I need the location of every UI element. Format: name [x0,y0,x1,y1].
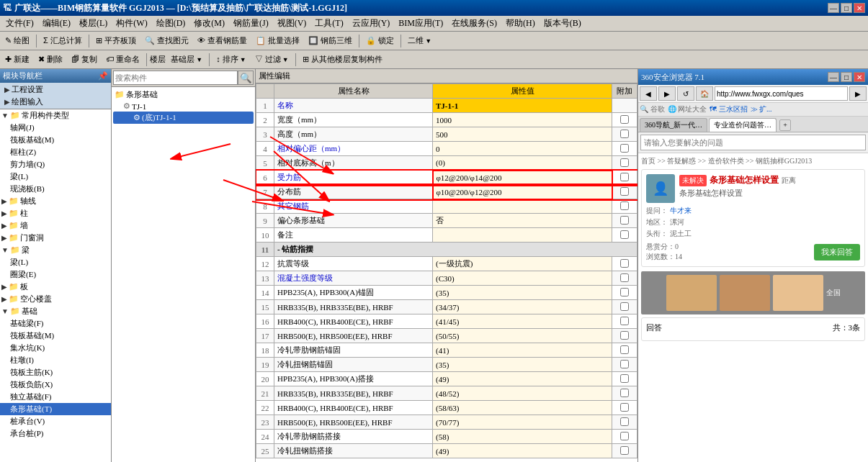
nav-shear-wall[interactable]: 剪力墙(Q) [0,158,111,171]
nav-draw-input[interactable]: ▶ 绘图输入 [3,96,108,108]
browser-tab-active[interactable]: 专业造价问题答… [709,118,777,132]
new-button[interactable]: ✚ 新建 [1,53,33,66]
prop-value-1[interactable]: TJ-1-1 [433,99,612,113]
nav-engineering-setup[interactable]: ▶ 工程设置 [3,83,108,96]
menu-help[interactable]: 帮助(H) [501,16,540,31]
attach-checkbox-9[interactable] [620,216,629,225]
filter-button[interactable]: ▽ 过滤 ▼ [251,53,292,66]
prop-value-5[interactable]: (0) [433,156,612,171]
prop-value-9[interactable]: 否 [433,214,612,228]
copy-from-floor-button[interactable]: ⊞ 从其他楼层复制构件 [299,53,386,66]
prop-value-23[interactable]: (70/77) [433,415,612,430]
attach-checkbox-10[interactable] [620,230,629,239]
search-button[interactable]: 🔍 [238,71,254,85]
floor-select[interactable]: 基础层 ▼ [167,53,206,66]
new-tab-button[interactable]: + [779,119,791,131]
menu-service[interactable]: 在线服务(S) [447,16,501,31]
attach-checkbox-18[interactable] [620,345,629,354]
copy-button[interactable]: 🗐 复制 [68,53,101,66]
attach-checkbox-2[interactable] [620,115,629,124]
nav-cap-pile[interactable]: 承台桩(P) [0,427,111,440]
nav-col-folder[interactable]: ▶ 📁 柱 [0,207,111,219]
attach-checkbox-6[interactable] [620,173,629,181]
nav-raft-main-rebar[interactable]: 筏板主筋(K) [0,366,111,379]
browser-close-btn[interactable]: ✕ [854,72,865,82]
author-name[interactable]: 牛才来 [670,207,692,214]
attach-checkbox-13[interactable] [620,273,629,282]
prop-value-3[interactable]: 500 [433,127,612,142]
attach-checkbox-7[interactable] [620,187,629,196]
browser-min-btn[interactable]: — [828,72,839,82]
nav-beam-item[interactable]: 梁(L) [0,256,111,268]
nav-ring-beam[interactable]: 圈梁(E) [0,268,111,281]
prop-value-25[interactable]: (49) [433,444,612,458]
prop-value-7[interactable]: φ10@200/φ12@200 [433,185,612,199]
attach-checkbox-3[interactable] [620,130,629,138]
tree-tj1-1-item[interactable]: ⚙ (底)TJ-1-1 [113,112,254,124]
attach-checkbox-23[interactable] [620,417,629,426]
prop-value-2[interactable]: 1000 [433,113,612,127]
batch-select-button[interactable]: 📋 批量选择 [252,34,303,47]
draw-button[interactable]: ✎ ✎ 绘图绘图 [1,34,33,47]
prop-value-24[interactable]: (58) [433,430,612,444]
attach-checkbox-25[interactable] [620,446,629,455]
menu-draw[interactable]: 绘图(D) [152,16,190,31]
attach-checkbox-24[interactable] [620,432,629,440]
nav-beam-folder[interactable]: ▼ 📁 梁 [0,244,111,256]
nav-axis[interactable]: 轴网(J) [0,122,111,134]
nav-sump[interactable]: 集水坑(K) [0,342,111,354]
delete-button[interactable]: ✖ 删除 [35,53,66,66]
sort-button[interactable]: ↕ 排序 ▼ [212,53,249,66]
nav-pile-cap[interactable]: 桩承台(V) [0,415,111,427]
prop-value-20[interactable]: (49) [433,372,612,386]
attach-checkbox-12[interactable] [620,259,629,268]
prop-value-4[interactable]: 0 [433,142,612,156]
attach-checkbox-15[interactable] [620,302,629,311]
attach-checkbox-17[interactable] [620,331,629,340]
browser-address-bar[interactable] [715,86,848,101]
nav-found-beam[interactable]: 基础梁(F) [0,317,111,330]
prop-value-15[interactable]: (34/37) [433,300,612,314]
attach-checkbox-20[interactable] [620,374,629,383]
attach-checkbox-14[interactable] [620,288,629,296]
menu-modify[interactable]: 修改(M) [189,16,229,31]
prop-value-8[interactable] [433,199,612,214]
browser-refresh-btn[interactable]: ↺ [677,86,694,101]
view-rebar-button[interactable]: 👁 查看钢筋量 [194,34,251,47]
reply-button[interactable]: 我来回答 [814,244,860,261]
nav-frame-col[interactable]: 框柱(Z) [0,146,111,158]
nav-col-cap[interactable]: 柱墩(I) [0,354,111,366]
tree-strip-found-folder[interactable]: 📁 条形基础 [113,89,254,101]
menu-rebar[interactable]: 钢筋量(J) [229,16,273,31]
prop-value-21[interactable]: (48/52) [433,386,612,401]
attach-checkbox-4[interactable] [620,144,629,153]
close-button[interactable]: ✕ [854,3,865,13]
menu-view[interactable]: 视图(V) [273,16,311,31]
prop-value-10[interactable] [433,228,612,243]
prop-value-19[interactable]: (35) [433,358,612,372]
nav-beam[interactable]: 梁(L) [0,171,111,183]
attach-checkbox-5[interactable] [620,158,629,167]
browser-content[interactable]: 首页 >> 答疑解惑 >> 造价软件类 >> 钢筋抽样GGJ2013 👤 未解决… [638,153,868,462]
properties-scroll[interactable]: 属性名称 属性值 附加 1 名称 TJ-1-1 2 宽度（mm） [256,83,637,462]
pin-icon[interactable]: 📌 [98,71,108,81]
nav-isolated-found[interactable]: 独立基础(F) [0,391,111,403]
browser-back-btn[interactable]: ◀ [640,86,657,101]
menu-component[interactable]: 构件(W) [112,16,151,31]
prop-value-6[interactable]: φ12@200/φ14@200 [433,171,612,185]
menu-bim[interactable]: BIM应用(T) [394,16,447,31]
browser-tab-360[interactable]: 360导航_新一代… [640,118,707,132]
menu-edit[interactable]: 编辑(E) [38,16,75,31]
nav-raft-found[interactable]: 筏板基础(M) [0,330,111,342]
attach-checkbox-21[interactable] [620,389,629,397]
browser-max-btn[interactable]: □ [841,72,852,82]
nav-raft-neg-rebar[interactable]: 筏板负筋(X) [0,379,111,391]
nav-hollow-slab[interactable]: ▶ 📁 空心楼盖 [0,293,111,305]
tree-tj1-folder[interactable]: ⚙ TJ-1 [113,101,254,112]
nav-slab[interactable]: 现浇板(B) [0,183,111,195]
nav-door-folder[interactable]: ▶ 📁 门窗洞 [0,232,111,244]
browser-forward-btn[interactable]: ▶ [658,86,676,101]
2d-view-button[interactable]: 二维 ▼ [404,34,435,47]
attach-checkbox-8[interactable] [620,201,629,210]
summary-button[interactable]: Σ 汇总计算 [40,34,86,47]
